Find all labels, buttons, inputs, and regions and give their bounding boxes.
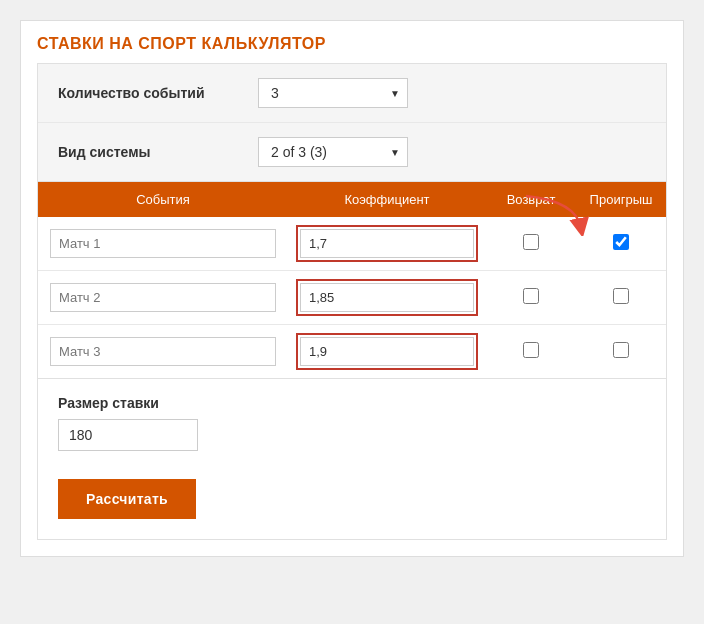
table-body — [38, 217, 666, 378]
coeff-wrapper-3-highlight — [296, 333, 478, 370]
table-row — [38, 271, 666, 325]
bet-label: Размер ставки — [58, 395, 646, 411]
header-vozvrat: Возврат — [486, 182, 576, 217]
coeff-cell-3 — [288, 325, 486, 378]
vozvrat-cell-1 — [486, 226, 576, 262]
event-input-3[interactable] — [50, 337, 276, 366]
system-select[interactable]: 2 of 3 (3) 1 of 3 (3) — [258, 137, 408, 167]
coeff-cell-1 — [288, 217, 486, 270]
table-header: События Коэффициент Возврат Проигрыш — [38, 182, 666, 217]
coeff-input-3[interactable] — [300, 337, 474, 366]
coeff-wrapper-2-highlight — [296, 279, 478, 316]
calc-button-section: Рассчитать — [38, 467, 666, 539]
header-coeff: Коэффициент — [288, 182, 486, 217]
proigrysh-cell-2 — [576, 280, 666, 316]
proigrysh-checkbox-3[interactable] — [613, 342, 629, 358]
table-row — [38, 217, 666, 271]
proigrysh-cell-3 — [576, 334, 666, 370]
coeff-wrapper-highlight — [296, 225, 478, 262]
events-select-wrapper: 3 1 2 4 5 ▼ — [258, 78, 408, 108]
bet-input[interactable] — [58, 419, 198, 451]
coeff-input-2[interactable] — [300, 283, 474, 312]
events-select[interactable]: 3 1 2 4 5 — [258, 78, 408, 108]
calculate-button[interactable]: Рассчитать — [58, 479, 196, 519]
proigrysh-checkbox-1[interactable] — [613, 234, 629, 250]
vozvrat-checkbox-2[interactable] — [523, 288, 539, 304]
event-cell-1 — [38, 221, 288, 266]
vozvrat-cell-2 — [486, 280, 576, 316]
calculator-container: Количество событий 3 1 2 4 5 ▼ Вид систе… — [37, 63, 667, 540]
event-cell-2 — [38, 275, 288, 320]
header-proigrysh: Проигрыш — [576, 182, 666, 217]
system-select-wrapper: 2 of 3 (3) 1 of 3 (3) ▼ — [258, 137, 408, 167]
table-row — [38, 325, 666, 378]
page-title: СТАВКИ НА СПОРТ КАЛЬКУЛЯТОР — [21, 21, 683, 63]
proigrysh-cell-1 — [576, 226, 666, 262]
header-events: События — [38, 182, 288, 217]
vozvrat-cell-3 — [486, 334, 576, 370]
vozvrat-checkbox-1[interactable] — [523, 234, 539, 250]
events-row: Количество событий 3 1 2 4 5 ▼ — [38, 64, 666, 123]
form-section: Количество событий 3 1 2 4 5 ▼ Вид систе… — [38, 64, 666, 182]
proigrysh-checkbox-2[interactable] — [613, 288, 629, 304]
events-label: Количество событий — [58, 85, 258, 101]
event-input-1[interactable] — [50, 229, 276, 258]
coeff-input-1[interactable] — [300, 229, 474, 258]
coeff-cell-2 — [288, 271, 486, 324]
event-input-2[interactable] — [50, 283, 276, 312]
event-cell-3 — [38, 329, 288, 374]
page-container: СТАВКИ НА СПОРТ КАЛЬКУЛЯТОР Количество с… — [20, 20, 684, 557]
system-label: Вид системы — [58, 144, 258, 160]
system-row: Вид системы 2 of 3 (3) 1 of 3 (3) ▼ — [38, 123, 666, 181]
vozvrat-checkbox-3[interactable] — [523, 342, 539, 358]
bet-section: Размер ставки — [38, 378, 666, 467]
